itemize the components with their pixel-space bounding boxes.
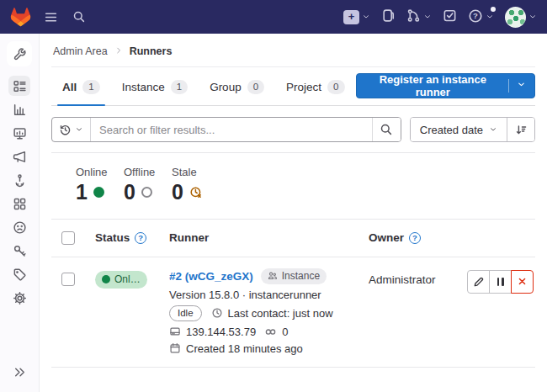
- sidebar-item-deploy-keys[interactable]: [8, 241, 30, 261]
- column-status: Status: [95, 231, 130, 244]
- pencil-icon: [473, 276, 485, 288]
- created-at: Created 18 minutes ago: [186, 342, 303, 355]
- runner-link[interactable]: #2 (wCG_zeGX): [169, 270, 253, 283]
- sidebar-item-settings[interactable]: [8, 288, 30, 308]
- close-icon: [517, 276, 528, 287]
- admin-area-icon[interactable]: [7, 41, 32, 66]
- new-menu-button[interactable]: +: [343, 10, 370, 24]
- todos-icon[interactable]: [443, 8, 457, 25]
- sidebar-item-analytics[interactable]: [8, 99, 30, 119]
- search-input[interactable]: [91, 118, 372, 141]
- host-icon: [169, 326, 181, 337]
- chevron-down-icon: [528, 13, 537, 21]
- sidebar-item-monitoring[interactable]: [8, 123, 30, 143]
- stale-clock-icon: [189, 181, 203, 204]
- stat-offline: Offline 0: [124, 166, 161, 204]
- owner-link[interactable]: Administrator: [369, 268, 463, 286]
- filter-bar: Created date: [51, 117, 535, 142]
- avatar: [505, 7, 526, 28]
- recent-searches-button[interactable]: [52, 118, 91, 141]
- chevron-down-icon: [423, 13, 432, 21]
- sidebar-item-messages[interactable]: [8, 146, 30, 167]
- chevron-right-icon: [114, 45, 123, 57]
- svg-text:?: ?: [473, 11, 478, 20]
- tab-instance[interactable]: Instance 1: [111, 70, 199, 105]
- sidebar-item-system-hooks[interactable]: [8, 170, 30, 190]
- tab-all-count: 1: [82, 80, 99, 94]
- admin-sidebar: [0, 34, 40, 392]
- chevron-down-icon: [362, 13, 370, 21]
- help-menu-button[interactable]: ?: [468, 8, 494, 26]
- issues-icon[interactable]: [381, 8, 396, 25]
- edit-runner-button[interactable]: [467, 270, 490, 294]
- users-icon: [268, 271, 278, 281]
- link-icon: [264, 326, 277, 338]
- chevron-down-icon: [517, 79, 526, 92]
- tab-group-count: 0: [247, 80, 264, 94]
- sort-by-dropdown[interactable]: Created date: [411, 118, 507, 141]
- breadcrumb: Admin Area Runners: [51, 34, 535, 67]
- plus-icon: +: [343, 10, 359, 24]
- select-all-checkbox[interactable]: [61, 231, 75, 245]
- runner-version-line: Version 15.8.0 · instancerunner: [169, 289, 369, 301]
- instance-type-badge: Instance: [261, 268, 327, 284]
- online-dot-icon: [102, 275, 110, 283]
- runner-actions: [463, 268, 535, 294]
- column-runner: Runner: [169, 231, 209, 244]
- hamburger-menu-icon[interactable]: [38, 4, 63, 29]
- tab-all[interactable]: All 1: [51, 70, 111, 105]
- search-icon[interactable]: [66, 4, 92, 29]
- help-icon: ?: [468, 8, 483, 26]
- sidebar-item-overview[interactable]: [8, 76, 30, 96]
- calendar-icon: [169, 342, 181, 354]
- runners-table-header: Status ? Runner Owner ?: [51, 219, 535, 257]
- merge-request-icon: [406, 8, 421, 25]
- pause-icon: [497, 278, 504, 286]
- runner-summary: #2 (wCG_zeGX) Instance Version 15.8.0 · …: [164, 268, 369, 355]
- merge-requests-button[interactable]: [406, 8, 432, 25]
- breadcrumb-admin-area[interactable]: Admin Area: [53, 45, 108, 57]
- offline-dot-icon: [141, 187, 152, 198]
- chevron-down-icon: [486, 13, 494, 21]
- sort-controls: Created date: [410, 117, 535, 142]
- idle-badge: Idle: [169, 305, 202, 321]
- register-instance-runner-button[interactable]: Register an instance runner: [356, 73, 536, 98]
- tab-project[interactable]: Project 0: [275, 70, 355, 105]
- column-owner: Owner: [369, 231, 404, 244]
- runner-tabs-bar: All 1 Instance 1 Group 0 Project 0 Regis…: [51, 70, 535, 106]
- runner-row: Online #2 (wCG_zeGX) Instance Version 15…: [51, 257, 535, 368]
- status-help-icon[interactable]: ?: [135, 232, 146, 244]
- sidebar-collapse-icon[interactable]: [8, 362, 30, 382]
- sidebar-item-labels[interactable]: [8, 264, 30, 284]
- stat-stale: Stale 0: [172, 166, 209, 204]
- search-submit-button[interactable]: [372, 118, 401, 141]
- row-checkbox[interactable]: [61, 273, 75, 286]
- sort-direction-button[interactable]: [507, 118, 534, 141]
- last-contact: Last contact: just now: [228, 307, 333, 320]
- runner-ip: 139.144.53.79: [186, 326, 256, 338]
- pause-runner-button[interactable]: [489, 270, 512, 294]
- top-navbar: + ?: [0, 0, 547, 34]
- sidebar-item-applications[interactable]: [8, 193, 30, 214]
- tab-instance-count: 1: [171, 80, 188, 94]
- search-filter-box: [51, 117, 401, 142]
- owner-help-icon[interactable]: ?: [409, 232, 421, 244]
- sidebar-item-abuse-reports[interactable]: [8, 217, 30, 237]
- tab-group[interactable]: Group 0: [199, 70, 275, 105]
- clock-icon: [211, 307, 223, 319]
- runner-stats: Online 1 Offline 0 Stale 0: [76, 153, 535, 219]
- gitlab-logo-icon[interactable]: [10, 7, 31, 27]
- tab-project-count: 0: [327, 80, 344, 94]
- notification-dot: [491, 7, 496, 12]
- breadcrumb-runners: Runners: [130, 45, 173, 57]
- jobs-count: 0: [282, 326, 288, 338]
- online-dot-icon: [93, 187, 104, 198]
- status-badge: Online: [95, 271, 147, 289]
- stat-online: Online 1: [76, 166, 113, 204]
- main-content: Admin Area Runners All 1 Instance 1 Grou…: [40, 34, 547, 392]
- user-menu-button[interactable]: [505, 7, 537, 28]
- delete-runner-button[interactable]: [511, 270, 534, 294]
